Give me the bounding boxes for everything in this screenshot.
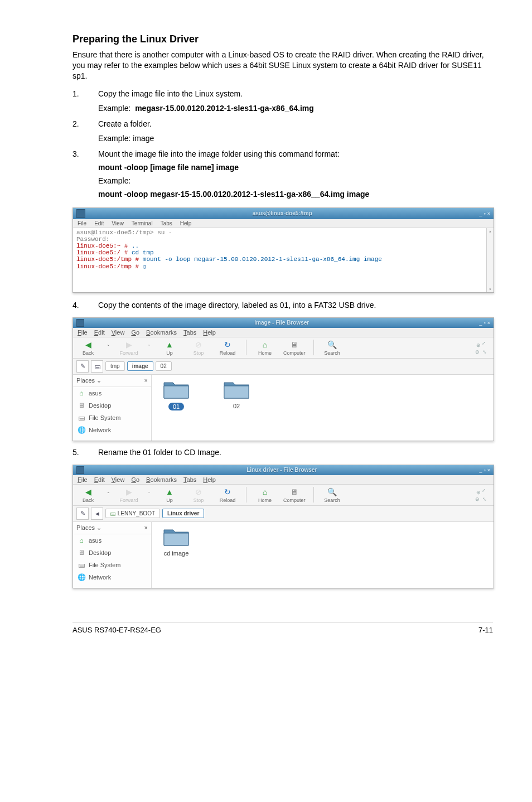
fb1-loc-image[interactable]: image	[127, 361, 153, 371]
fb2-back-button[interactable]: ◀ Back	[78, 487, 99, 503]
sidebar-item-asus[interactable]: ⌂ asus	[73, 387, 151, 399]
sidebar-item-filesystem[interactable]: 🖴 File System	[73, 412, 151, 424]
intro-text: Ensure that there is another computer wi…	[72, 50, 493, 81]
fb1-maximize-icon[interactable]: ▫	[484, 320, 486, 326]
window-maximize-icon[interactable]: ▫	[484, 211, 486, 216]
fb2-reload-button[interactable]: ↻ Reload	[217, 487, 238, 503]
fb1-places-close[interactable]: ×	[144, 377, 148, 384]
term-menu-view[interactable]: View	[112, 220, 124, 226]
fb2-maximize-icon[interactable]: ▫	[484, 467, 486, 473]
forward-arrow-icon: ▶	[124, 487, 134, 497]
fb1-drive-icon[interactable]: 🖴	[91, 360, 103, 373]
fb1-folder-02[interactable]: 02	[223, 378, 250, 409]
zoom-in-icon[interactable]: ⊕ ⤢	[476, 488, 486, 495]
scroll-up-icon[interactable]: ▴	[489, 229, 492, 234]
fb2-folder-cdimage[interactable]: cd image	[163, 525, 190, 557]
fb1-back-label: Back	[83, 350, 94, 356]
fb2-menu-help[interactable]: Help	[203, 476, 216, 483]
fb2-loc-lenny[interactable]: 🖴 LENNY_BOOT	[105, 509, 160, 518]
sidebar-item-desktop[interactable]: 🖥 Desktop	[73, 547, 151, 559]
fb2-up-label: Up	[166, 497, 173, 503]
fb2-search-label: Search	[324, 497, 340, 503]
sidebar-item-network[interactable]: 🌐 Network	[73, 571, 151, 583]
term-menu-tabs[interactable]: Tabs	[161, 220, 172, 226]
step-5-num: 5.	[72, 448, 98, 461]
fb1-menu-tabs[interactable]: Tabs	[183, 329, 196, 336]
scroll-down-icon[interactable]: ▾	[489, 287, 492, 292]
terminal-title: asus@linux-doe5:/tmp	[85, 210, 480, 216]
fb2-up-button[interactable]: ▲ Up	[159, 487, 180, 503]
fb1-minimize-icon[interactable]: _	[480, 320, 482, 326]
fb2-content[interactable]: cd image	[152, 522, 494, 588]
fb1-menu-go[interactable]: Go	[131, 329, 139, 336]
window-close-icon[interactable]: ×	[487, 211, 490, 216]
fb2-left-icon[interactable]: ◀	[91, 508, 103, 520]
fb1-menu-file[interactable]: File	[78, 329, 88, 336]
fb1-back-button[interactable]: ◀ Back	[78, 340, 99, 356]
term-menu-edit[interactable]: Edit	[94, 220, 104, 226]
fb2-close-icon[interactable]: ×	[487, 467, 490, 473]
fb1-computer-button[interactable]: 🖥 Computer	[283, 340, 306, 356]
fb1-search-button[interactable]: 🔍 Search	[322, 340, 343, 356]
fb2-loc-linuxdriver[interactable]: Linux driver	[162, 509, 204, 518]
fb1-back-dropdown-icon[interactable]: ⌄	[107, 342, 110, 347]
fb2-search-button[interactable]: 🔍 Search	[322, 487, 343, 503]
sidebar-item-network[interactable]: 🌐 Network	[73, 424, 151, 436]
fb2-back-dropdown-icon[interactable]: ⌄	[107, 489, 110, 494]
step-3: 3. Mount the image file into the image f…	[72, 149, 493, 203]
folder-icon	[223, 378, 250, 400]
sidebar-item-asus[interactable]: ⌂ asus	[73, 534, 151, 547]
fb1-folder-01[interactable]: 01	[163, 378, 190, 410]
fb1-reload-button[interactable]: ↻ Reload	[217, 340, 238, 356]
sidebar-item-filesystem[interactable]: 🖴 File System	[73, 559, 151, 571]
fb2-toolbar: ◀ Back ⌄ ▶ Forward ⌄ ▲ Up ⊘ Stop ↻ Reloa…	[73, 485, 494, 506]
fb1-loc-tmp[interactable]: tmp	[105, 361, 125, 371]
fb2-minimize-icon[interactable]: _	[480, 467, 482, 473]
term-menu-help[interactable]: Help	[180, 220, 192, 226]
sidebar-item-label: File System	[89, 414, 120, 421]
fb2-pencil-icon[interactable]: ✎	[76, 508, 89, 520]
term-menu-file[interactable]: File	[78, 220, 86, 226]
zoom-in-icon[interactable]: ⊕ ⤢	[476, 341, 486, 348]
fb2-menu-bookmarks[interactable]: Bookmarks	[146, 476, 177, 483]
fb1-close-icon[interactable]: ×	[487, 320, 490, 326]
terminal-scrollbar[interactable]: ▴ ▾	[486, 228, 494, 292]
fb2-menu-view[interactable]: View	[112, 476, 125, 483]
fb1-zoom-controls[interactable]: ⊕ ⤢ ⊖ ⤡	[475, 341, 489, 355]
window-minimize-icon[interactable]: _	[480, 211, 482, 216]
step-2: 2. Create a folder. Example: image	[72, 119, 493, 147]
fb1-pencil-icon[interactable]: ✎	[76, 360, 89, 373]
fb1-places-header[interactable]: Places ⌄	[76, 377, 101, 384]
fb2-computer-button[interactable]: 🖥 Computer	[283, 487, 306, 503]
term-menu-terminal[interactable]: Terminal	[132, 220, 153, 226]
fb2-menu-tabs[interactable]: Tabs	[183, 476, 196, 483]
fb2-places-close[interactable]: ×	[144, 524, 148, 532]
fb1-menu-view[interactable]: View	[112, 329, 125, 336]
fb2-zoom-controls[interactable]: ⊕ ⤢ ⊖ ⤡	[475, 488, 489, 502]
zoom-out-icon[interactable]: ⊖ ⤡	[475, 349, 487, 355]
folder-label: 01	[168, 403, 184, 410]
step-4-num: 4.	[72, 301, 98, 314]
sidebar-item-label: Desktop	[89, 549, 111, 556]
fb1-home-button[interactable]: ⌂ Home	[254, 340, 275, 356]
fb1-menu-bookmarks[interactable]: Bookmarks	[146, 329, 177, 336]
fb2-menu-edit[interactable]: Edit	[94, 476, 105, 483]
fb1-up-button[interactable]: ▲ Up	[159, 340, 180, 356]
zoom-out-icon[interactable]: ⊖ ⤡	[475, 496, 487, 502]
fb1-menu-edit[interactable]: Edit	[94, 329, 105, 336]
fb2-forward-dropdown-icon: ⌄	[147, 489, 151, 494]
step-1-num: 1.	[72, 89, 98, 117]
terminal-body[interactable]: asus@linux-doe5:/tmp> su - Password: lin…	[73, 228, 494, 292]
home-icon: ⌂	[78, 389, 85, 397]
fb1-content[interactable]: 01 02	[152, 375, 494, 441]
file-browser-1: image - File Browser _ ▫ × File Edit Vie…	[72, 317, 494, 441]
term-line-5-prompt: linux-doe5:/tmp #	[76, 256, 139, 263]
fb2-home-button[interactable]: ⌂ Home	[254, 487, 275, 503]
fb2-menu-file[interactable]: File	[78, 476, 88, 483]
fb1-loc-02[interactable]: 02	[156, 361, 172, 371]
step-4-text: Copy the contents of the image directory…	[98, 301, 493, 310]
sidebar-item-desktop[interactable]: 🖥 Desktop	[73, 399, 151, 412]
fb2-places-header[interactable]: Places ⌄	[76, 524, 101, 532]
fb1-menu-help[interactable]: Help	[203, 329, 216, 336]
fb2-menu-go[interactable]: Go	[131, 476, 139, 483]
